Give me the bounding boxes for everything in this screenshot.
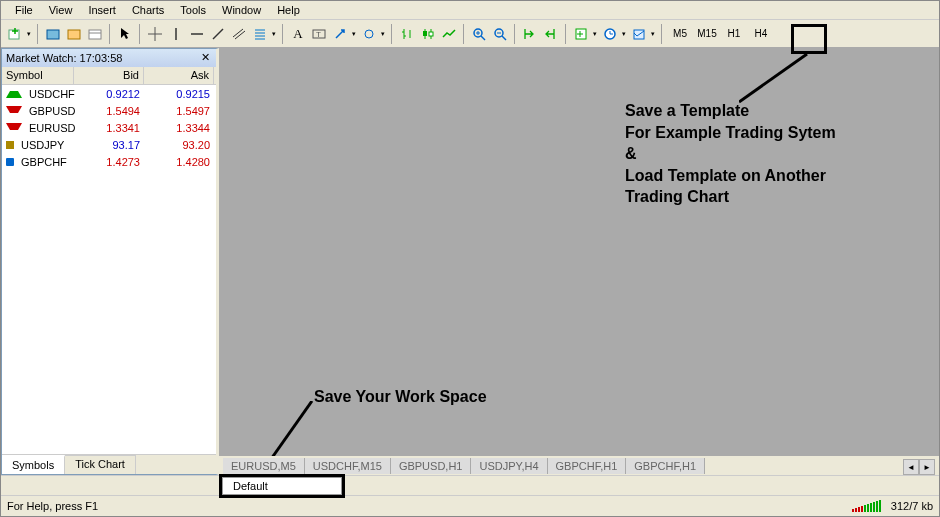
menu-insert[interactable]: Insert [80,2,124,18]
chart-tab[interactable]: GBPCHF,H1 [548,458,627,474]
line-chart-button[interactable] [439,24,459,44]
market-watch-body: USDCHF 0.9212 0.9215 GBPUSD 1.5494 1.549… [2,85,216,454]
svg-line-28 [481,36,485,40]
dropdown-icon[interactable]: ▾ [649,30,657,38]
trendline-button[interactable] [208,24,228,44]
svg-rect-3 [89,30,101,39]
fibonacci-button[interactable] [250,24,270,44]
ask-value: 1.4280 [144,155,214,169]
new-chart-button[interactable] [5,24,25,44]
menu-tools[interactable]: Tools [172,2,214,18]
candlestick-button[interactable] [418,24,438,44]
bid-value: 93.17 [74,138,144,152]
chart-tab[interactable]: GBPUSD,H1 [391,458,472,474]
text-label-button[interactable]: T [309,24,329,44]
ask-value: 1.3344 [144,121,214,135]
annotation-workspace-text: Save Your Work Space [314,386,487,408]
tab-tick-chart[interactable]: Tick Chart [65,455,136,474]
channel-button[interactable] [229,24,249,44]
market-watch-panel: Market Watch: 17:03:58 ✕ Symbol Bid Ask … [1,48,219,475]
dropdown-icon[interactable]: ▾ [25,30,33,38]
svg-point-18 [365,30,373,38]
arrows-button[interactable] [330,24,350,44]
tf-h1[interactable]: H1 [721,24,747,44]
svg-rect-26 [429,32,433,36]
up-arrow-icon [6,89,22,98]
market-watch-header: Symbol Bid Ask [2,67,216,85]
chart-shift-button[interactable] [541,24,561,44]
cursor-button[interactable] [115,24,135,44]
status-traffic: 312/7 kb [891,500,933,512]
table-row[interactable]: GBPCHF 1.4273 1.4280 [2,153,216,170]
menu-charts[interactable]: Charts [124,2,172,18]
menu-view[interactable]: View [41,2,81,18]
svg-rect-24 [423,31,427,36]
menu-file[interactable]: File [7,2,41,18]
dropdown-icon[interactable]: ▾ [591,30,599,38]
market-watch-tabs: Symbols Tick Chart [2,454,216,474]
market-watch-title-text: Market Watch: 17:03:58 [6,52,122,64]
scroll-left-icon[interactable]: ◄ [903,459,919,475]
chart-tabs: EURUSD,M5 USDCHF,M15 GBPUSD,H1 USDJPY,H4… [219,456,939,475]
svg-line-11 [235,31,245,39]
tf-m5[interactable]: M5 [667,24,693,44]
annotation-box: Default [219,474,345,498]
tf-h4[interactable]: H4 [748,24,774,44]
tab-symbols[interactable]: Symbols [2,455,65,474]
ask-value: 0.9215 [144,87,214,101]
col-symbol[interactable]: Symbol [2,67,74,84]
col-ask[interactable]: Ask [144,67,214,84]
vertical-line-button[interactable] [166,24,186,44]
chart-tab[interactable]: EURUSD,M5 [223,458,305,474]
symbol-label: GBPUSD [25,104,79,118]
table-row[interactable]: GBPUSD 1.5494 1.5497 [2,102,216,119]
dropdown-icon[interactable]: ▾ [379,30,387,38]
close-icon[interactable]: ✕ [198,51,212,64]
annotation-template-text: Save a Template For Example Trading Syte… [625,100,836,208]
svg-text:T: T [316,30,321,39]
dropdown-icon[interactable]: ▾ [350,30,358,38]
table-row[interactable]: EURUSD 1.3341 1.3344 [2,119,216,136]
diamond-icon [6,158,14,166]
annotation-box [791,24,827,54]
templates-button[interactable] [629,24,649,44]
bid-value: 1.5494 [74,104,144,118]
chart-tab[interactable]: USDCHF,M15 [305,458,391,474]
svg-rect-1 [47,30,59,39]
scroll-right-icon[interactable]: ► [919,459,935,475]
symbol-label: USDCHF [25,87,79,101]
crosshair-button[interactable] [145,24,165,44]
profiles-button[interactable] [43,24,63,44]
navigator-button[interactable] [85,24,105,44]
horizontal-line-button[interactable] [187,24,207,44]
zoom-in-button[interactable] [469,24,489,44]
indicators-button[interactable] [571,24,591,44]
ask-value: 1.5497 [144,104,214,118]
tf-m15[interactable]: M15 [694,24,720,44]
menu-window[interactable]: Window [214,2,269,18]
table-row[interactable]: USDCHF 0.9212 0.9215 [2,85,216,102]
market-watch-title: Market Watch: 17:03:58 ✕ [2,49,216,67]
diamond-icon [6,141,14,149]
workspace-tab[interactable]: Default [222,477,342,495]
menu-help[interactable]: Help [269,2,308,18]
status-bar: For Help, press F1 312/7 kb [1,495,939,515]
shapes-button[interactable] [359,24,379,44]
market-watch-button[interactable] [64,24,84,44]
chart-tab[interactable]: GBPCHF,H1 [626,458,705,474]
bar-chart-button[interactable] [397,24,417,44]
auto-scroll-button[interactable] [520,24,540,44]
dropdown-icon[interactable]: ▾ [620,30,628,38]
bid-value: 0.9212 [74,87,144,101]
svg-line-39 [739,54,807,102]
symbol-label: EURUSD [25,121,79,135]
dropdown-icon[interactable]: ▾ [270,30,278,38]
table-row[interactable]: USDJPY 93.17 93.20 [2,136,216,153]
bid-value: 1.3341 [74,121,144,135]
col-bid[interactable]: Bid [74,67,144,84]
zoom-out-button[interactable] [490,24,510,44]
text-button[interactable]: A [288,24,308,44]
periods-button[interactable] [600,24,620,44]
chart-tab[interactable]: USDJPY,H4 [471,458,547,474]
svg-line-10 [233,29,243,37]
